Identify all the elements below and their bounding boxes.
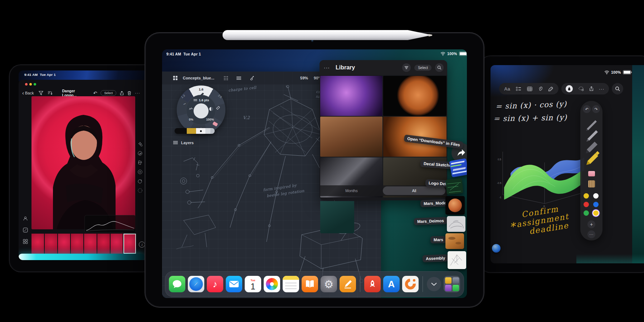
table-icon[interactable]: [527, 87, 532, 91]
undo-button[interactable]: ↶: [583, 105, 591, 113]
markup-pen-icon[interactable]: [548, 86, 553, 91]
filmstrip-thumb[interactable]: [97, 234, 110, 254]
blender-tool-icon[interactable]: [588, 180, 595, 187]
dock-app-photos[interactable]: [264, 276, 280, 292]
library-filter-button[interactable]: [402, 63, 411, 72]
palette-more-button[interactable]: ···: [587, 230, 595, 238]
filmstrip-thumb-selected[interactable]: [123, 234, 136, 254]
dock-app-safari[interactable]: [188, 276, 204, 292]
pen-tool-active-icon[interactable]: [566, 85, 573, 92]
library-more-button[interactable]: ···: [324, 65, 330, 70]
note-more-icon[interactable]: ···: [599, 86, 605, 92]
back-button[interactable]: ‹ Back: [22, 91, 34, 95]
color-yellow-selected[interactable]: [593, 210, 599, 216]
dock-app-appstore[interactable]: A: [383, 276, 400, 292]
selective-color-icon[interactable]: [135, 167, 145, 176]
close-window-icon[interactable]: [25, 83, 28, 86]
color-blue[interactable]: [593, 202, 599, 207]
filter-funnel-icon[interactable]: [39, 91, 43, 95]
dock-app-pages[interactable]: [340, 276, 356, 292]
dock-app-rocket[interactable]: [364, 276, 381, 292]
color-white[interactable]: [593, 193, 599, 199]
wheel-core[interactable]: [194, 103, 209, 118]
drag-label-mars-deimos[interactable]: Mars_Deimos: [414, 217, 447, 225]
dock-app-settings[interactable]: ⚙: [321, 276, 337, 292]
dock-app-creative[interactable]: [402, 276, 419, 292]
minimize-window-icon[interactable]: [29, 83, 32, 86]
edit-mask-icon[interactable]: [21, 224, 30, 236]
window-controls[interactable]: [25, 83, 36, 86]
library-select-button[interactable]: Select: [414, 65, 431, 71]
dock-app-books[interactable]: [302, 276, 318, 292]
text-style-button[interactable]: Aa: [504, 86, 510, 92]
zoom-window-icon[interactable]: [34, 83, 36, 86]
lasso-select-icon[interactable]: [578, 86, 584, 91]
color-yellow[interactable]: [584, 193, 589, 199]
library-photo-dunes[interactable]: [320, 117, 382, 157]
brush-wheel[interactable]: 1.6 1.3 2.5 ~ 1.6 pts 0%: [177, 86, 225, 134]
eraser-tool-icon[interactable]: [588, 171, 595, 176]
slider-handle[interactable]: [196, 128, 205, 134]
dock-app-calendar[interactable]: Tue 1: [245, 276, 261, 292]
share-note-icon[interactable]: [589, 86, 594, 91]
undo-icon[interactable]: ↶: [93, 91, 97, 96]
zoom-level[interactable]: 59%: [300, 76, 308, 80]
library-photo-mars-planet[interactable]: [383, 76, 447, 116]
select-button[interactable]: Select: [101, 90, 116, 96]
layers-button[interactable]: Layers: [173, 140, 194, 145]
attachment-paperclip-icon[interactable]: [538, 86, 542, 91]
dock-app-library[interactable]: [444, 276, 460, 292]
dock-app-music[interactable]: ♪: [207, 276, 223, 292]
library-search-button[interactable]: [435, 63, 444, 72]
dock-collapse-button[interactable]: [427, 277, 441, 291]
drag-label-assembly[interactable]: Assembly: [423, 254, 449, 263]
filmstrip-thumb[interactable]: [45, 234, 57, 254]
color-red[interactable]: [584, 202, 589, 207]
concepts-doc-title[interactable]: Concepts_blue...: [183, 76, 214, 80]
dock-app-notes[interactable]: [283, 276, 299, 292]
color-green[interactable]: [584, 210, 589, 216]
search-note-button[interactable]: [612, 83, 623, 94]
layers-stack-icon[interactable]: [236, 76, 241, 80]
people-icon[interactable]: [21, 213, 30, 224]
more-icon[interactable]: ···: [135, 91, 140, 96]
filmstrip-thumb[interactable]: [31, 234, 44, 254]
library-overflow-photo[interactable]: [320, 201, 354, 233]
info-button[interactable]: i: [139, 241, 145, 248]
drag-thumb-decal[interactable]: [449, 158, 467, 177]
pen-tools-stack[interactable]: [582, 117, 601, 167]
filmstrip-thumb[interactable]: [71, 234, 83, 254]
filmstrip-thumb[interactable]: [111, 234, 123, 254]
library-photo-nebula[interactable]: [320, 76, 382, 116]
dot-grid-icon[interactable]: [224, 76, 228, 80]
drag-thumb-mars-deimos[interactable]: [447, 216, 465, 232]
share-icon[interactable]: [120, 91, 124, 96]
redo-button[interactable]: ↷: [592, 105, 600, 113]
auto-enhance-icon[interactable]: [135, 139, 145, 148]
filmstrip-thumb[interactable]: [58, 234, 70, 254]
color-slider[interactable]: [175, 128, 215, 134]
home-grid-icon[interactable]: [173, 75, 178, 80]
rotation-value[interactable]: 90°: [314, 76, 320, 80]
thumbnail-grid-icon[interactable]: [21, 236, 30, 247]
photo-canvas[interactable]: [31, 96, 135, 229]
filmstrip-thumb[interactable]: [84, 234, 97, 254]
dock-app-mail[interactable]: [226, 276, 242, 292]
segment-months[interactable]: Months: [320, 189, 383, 193]
add-tool-button[interactable]: +: [587, 220, 595, 228]
retouch-icon[interactable]: [135, 176, 145, 186]
shape-guide-icon[interactable]: [249, 75, 254, 80]
trash-icon[interactable]: [127, 91, 131, 96]
drag-thumb-logo[interactable]: [445, 178, 463, 195]
dock-app-messages[interactable]: [169, 276, 185, 292]
white-balance-icon[interactable]: [135, 148, 145, 158]
drag-thumb-mars[interactable]: [445, 233, 464, 249]
segment-all[interactable]: All: [383, 186, 445, 195]
crop-perspective-icon[interactable]: [135, 158, 145, 167]
healing-icon[interactable]: [135, 186, 145, 195]
checklist-icon[interactable]: [516, 87, 521, 91]
sort-icon[interactable]: [48, 91, 53, 95]
drag-thumb-assembly[interactable]: [448, 251, 466, 269]
drag-thumb-mars-model[interactable]: [445, 196, 465, 215]
drag-label-mars[interactable]: Mars: [430, 236, 447, 244]
